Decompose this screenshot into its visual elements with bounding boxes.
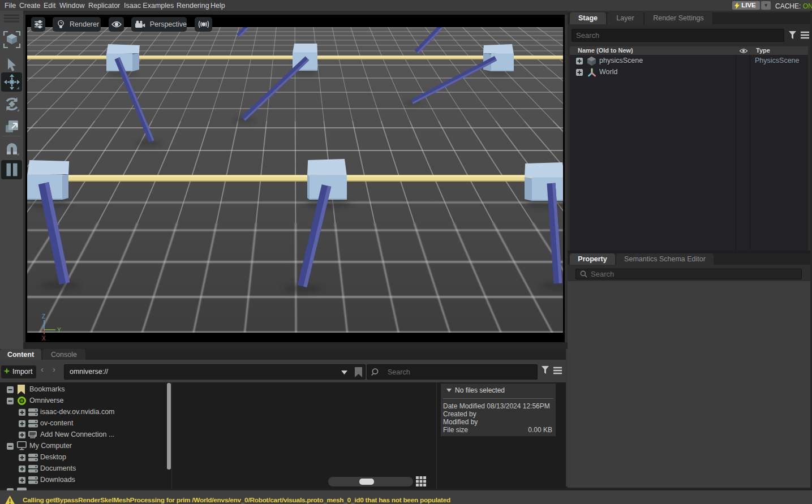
svg-text:Y: Y <box>57 327 61 333</box>
svg-text:X: X <box>42 335 46 342</box>
svg-text:Z: Z <box>42 313 45 320</box>
